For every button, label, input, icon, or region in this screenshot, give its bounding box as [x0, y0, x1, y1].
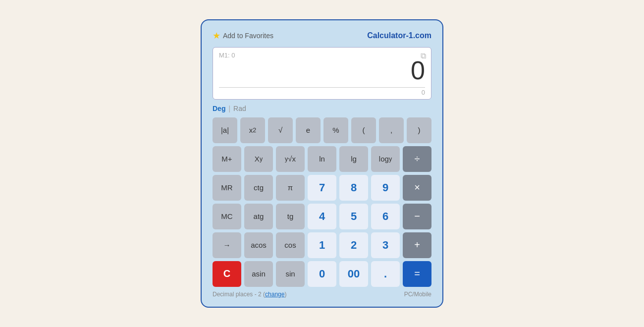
mode-separator: | [228, 105, 230, 112]
eight-button[interactable]: 8 [339, 175, 368, 201]
one-button[interactable]: 1 [308, 232, 336, 258]
nine-button[interactable]: 9 [371, 175, 400, 201]
minus-button[interactable]: − [403, 204, 431, 229]
header: ★ Add to Favorites Calculator-1.com [213, 30, 431, 41]
site-title: Calculator-1.com [367, 31, 431, 40]
display-sub-value: 0 [219, 89, 425, 96]
atg-button[interactable]: atg [244, 204, 273, 229]
tg-button[interactable]: tg [276, 204, 305, 229]
button-grid: |a| x2 √ e % ( , ) M+ Xy y√x ln lg logy … [213, 117, 431, 287]
two-button[interactable]: 2 [339, 232, 368, 258]
lparen-button[interactable]: ( [351, 117, 376, 143]
zero-button[interactable]: 0 [308, 261, 336, 287]
display-divider [219, 87, 425, 88]
memory-label: M1: 0 [219, 52, 235, 59]
acos-button[interactable]: acos [244, 232, 273, 258]
add-favorites-link[interactable]: ★ Add to Favorites [213, 30, 273, 41]
decimal-end: ) [284, 291, 286, 298]
square-button[interactable]: x2 [240, 117, 265, 143]
abs-button[interactable]: |a| [213, 117, 237, 143]
ctg-button[interactable]: ctg [244, 175, 273, 201]
button-row-5: → acos cos 1 2 3 + [213, 232, 431, 258]
pi-button[interactable]: π [276, 175, 305, 201]
display-main-value: 0 [219, 52, 425, 85]
dot-button[interactable]: . [371, 261, 400, 287]
four-button[interactable]: 4 [308, 204, 336, 229]
e-button[interactable]: e [296, 117, 321, 143]
lg-button[interactable]: lg [339, 146, 368, 172]
display: M1: 0 ⧉ 0 0 [213, 47, 431, 99]
favorites-label: Add to Favorites [223, 32, 273, 40]
change-link[interactable]: change [265, 291, 284, 298]
asin-button[interactable]: asin [244, 261, 273, 287]
deg-mode-button[interactable]: Deg [213, 105, 225, 112]
decimal-label: Decimal places - 2 ( [213, 291, 265, 298]
copy-button[interactable]: ⧉ [421, 52, 426, 60]
arrow-button[interactable]: → [213, 232, 241, 258]
mr-button[interactable]: MR [213, 175, 241, 201]
xpowy-button[interactable]: Xy [244, 146, 273, 172]
rparen-button[interactable]: ) [407, 117, 431, 143]
comma-button[interactable]: , [379, 117, 404, 143]
button-row-3: MR ctg π 7 8 9 × [213, 175, 431, 201]
rad-mode-button[interactable]: Rad [233, 105, 246, 112]
button-row-1: |a| x2 √ e % ( , ) [213, 117, 431, 143]
percent-button[interactable]: % [323, 117, 348, 143]
button-row-4: MC atg tg 4 5 6 − [213, 204, 431, 229]
equals-button[interactable]: = [403, 261, 431, 287]
seven-button[interactable]: 7 [308, 175, 336, 201]
platform-label: PC/Mobile [404, 291, 431, 298]
decimal-info: Decimal places - 2 (change) [213, 291, 286, 298]
footer: Decimal places - 2 (change) PC/Mobile [213, 291, 431, 298]
mc-button[interactable]: MC [213, 204, 241, 229]
sqrt-button[interactable]: √ [268, 117, 293, 143]
yroot-button[interactable]: y√x [276, 146, 305, 172]
six-button[interactable]: 6 [371, 204, 400, 229]
mplus-button[interactable]: M+ [213, 146, 241, 172]
five-button[interactable]: 5 [339, 204, 368, 229]
clear-button[interactable]: C [213, 261, 241, 287]
calculator: ★ Add to Favorites Calculator-1.com M1: … [201, 19, 443, 307]
plus-button[interactable]: + [403, 232, 431, 258]
divide-button[interactable]: ÷ [403, 146, 431, 172]
button-row-2: M+ Xy y√x ln lg logy ÷ [213, 146, 431, 172]
angle-mode-selector: Deg | Rad [213, 105, 431, 112]
multiply-button[interactable]: × [403, 175, 431, 201]
logy-button[interactable]: logy [371, 146, 400, 172]
star-icon: ★ [213, 30, 220, 41]
sin-button[interactable]: sin [276, 261, 305, 287]
three-button[interactable]: 3 [371, 232, 400, 258]
ln-button[interactable]: ln [308, 146, 336, 172]
cos-button[interactable]: cos [276, 232, 305, 258]
doublezero-button[interactable]: 00 [339, 261, 368, 287]
button-row-6: C asin sin 0 00 . = [213, 261, 431, 287]
